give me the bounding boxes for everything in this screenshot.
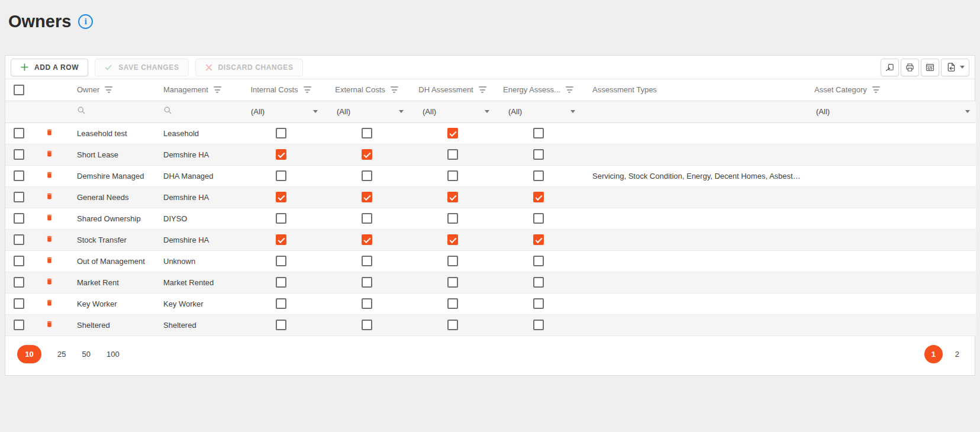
external-costs-filter-select[interactable]: (All) [324, 107, 410, 116]
cell-assessment-types[interactable] [581, 144, 803, 165]
hand-document-button[interactable] [881, 59, 899, 76]
header-filter-icon[interactable] [391, 86, 398, 93]
row-select-checkbox[interactable] [14, 277, 24, 288]
dh-assessment-checkbox[interactable] [447, 170, 458, 181]
cell-owner[interactable]: Leasehold test [66, 122, 152, 144]
column-header-owner[interactable]: Owner [66, 79, 152, 101]
energy-assessment-checkbox[interactable] [533, 170, 544, 181]
internal-costs-checkbox[interactable] [276, 170, 286, 181]
cell-owner[interactable]: Out of Management [66, 250, 152, 272]
dh-assessment-checkbox[interactable] [447, 234, 458, 245]
cell-assessment-types[interactable] [581, 250, 803, 272]
delete-row-button[interactable] [46, 277, 53, 286]
energy-assessment-checkbox[interactable] [533, 213, 544, 224]
row-select-checkbox[interactable] [14, 234, 24, 245]
cell-asset-category[interactable] [803, 314, 976, 336]
header-filter-icon[interactable] [304, 86, 311, 93]
cell-asset-category[interactable] [803, 186, 976, 208]
header-filter-icon[interactable] [566, 86, 573, 93]
external-costs-checkbox[interactable] [362, 298, 372, 309]
print-button[interactable] [901, 59, 919, 76]
asset-category-filter-select[interactable]: (All) [803, 107, 976, 116]
dh-assessment-checkbox[interactable] [447, 277, 458, 288]
energy-assessment-checkbox[interactable] [533, 192, 544, 202]
external-costs-checkbox[interactable] [362, 128, 372, 138]
column-header-energy-assessment[interactable]: Energy Assess... [495, 79, 581, 101]
cell-asset-category[interactable] [803, 229, 976, 250]
dh-assessment-checkbox[interactable] [447, 320, 458, 330]
dh-assessment-checkbox[interactable] [447, 192, 458, 202]
row-select-checkbox[interactable] [14, 256, 24, 266]
cell-assessment-types[interactable]: Servicing, Stock Condition, Energy, Dece… [581, 165, 803, 186]
cell-management[interactable]: Market Rented [152, 272, 238, 293]
header-filter-icon[interactable] [214, 86, 221, 93]
dh-assessment-checkbox[interactable] [447, 213, 458, 224]
energy-assessment-checkbox[interactable] [533, 234, 544, 245]
column-header-asset-category[interactable]: Asset Category [803, 79, 976, 101]
delete-row-button[interactable] [46, 298, 53, 307]
management-search-filter[interactable] [152, 101, 238, 122]
cell-assessment-types[interactable] [581, 314, 803, 336]
dh-assessment-checkbox[interactable] [447, 128, 458, 138]
energy-assessment-checkbox[interactable] [533, 128, 544, 138]
energy-assessment-checkbox[interactable] [533, 320, 544, 330]
page-size-option[interactable]: 100 [107, 350, 120, 359]
cell-management[interactable]: Demshire HA [152, 144, 238, 165]
energy-assessment-checkbox[interactable] [533, 256, 544, 266]
cell-management[interactable]: Sheltered [152, 314, 238, 336]
external-costs-checkbox[interactable] [362, 213, 372, 224]
external-costs-checkbox[interactable] [362, 277, 372, 288]
cell-management[interactable]: Leasehold [152, 122, 238, 144]
column-header-internal-costs[interactable]: Internal Costs [238, 79, 324, 101]
row-select-checkbox[interactable] [14, 149, 24, 160]
internal-costs-checkbox[interactable] [276, 149, 286, 160]
cell-assessment-types[interactable] [581, 208, 803, 229]
internal-costs-checkbox[interactable] [276, 234, 286, 245]
page-size-option[interactable]: 50 [82, 350, 90, 359]
internal-costs-checkbox[interactable] [276, 298, 286, 309]
cell-owner[interactable]: Short Lease [66, 144, 152, 165]
dh-assessment-checkbox[interactable] [447, 298, 458, 309]
cell-asset-category[interactable] [803, 208, 976, 229]
external-costs-checkbox[interactable] [362, 234, 372, 245]
cell-management[interactable]: Key Worker [152, 293, 238, 314]
cell-management[interactable]: Demshire HA [152, 229, 238, 250]
dh-assessment-checkbox[interactable] [447, 149, 458, 160]
add-row-button[interactable]: ADD A ROW [11, 59, 88, 76]
cell-asset-category[interactable] [803, 165, 976, 186]
external-costs-checkbox[interactable] [362, 170, 372, 181]
cell-asset-category[interactable] [803, 122, 976, 144]
header-filter-icon[interactable] [105, 86, 112, 93]
delete-row-button[interactable] [46, 320, 53, 328]
page-size-option[interactable]: 10 [17, 345, 41, 363]
internal-costs-filter-select[interactable]: (All) [238, 107, 324, 116]
discard-changes-button[interactable]: DISCARD CHANGES [195, 59, 303, 76]
energy-assessment-filter-select[interactable]: (All) [495, 107, 581, 116]
header-filter-icon[interactable] [872, 86, 880, 93]
energy-assessment-checkbox[interactable] [533, 298, 544, 309]
delete-row-button[interactable] [46, 149, 53, 158]
cell-assessment-types[interactable] [581, 229, 803, 250]
column-header-external-costs[interactable]: External Costs [324, 79, 410, 101]
cell-owner[interactable]: Key Worker [66, 293, 152, 314]
external-costs-checkbox[interactable] [362, 149, 372, 160]
internal-costs-checkbox[interactable] [276, 128, 286, 138]
export-button[interactable] [941, 59, 969, 76]
cell-management[interactable]: DIYSO [152, 208, 238, 229]
cell-owner[interactable]: Shared Ownership [66, 208, 152, 229]
row-select-checkbox[interactable] [14, 298, 24, 309]
row-select-checkbox[interactable] [14, 170, 24, 181]
delete-row-button[interactable] [46, 128, 53, 137]
cell-asset-category[interactable] [803, 272, 976, 293]
column-header-assessment-types[interactable]: Assessment Types [581, 79, 803, 101]
code-view-button[interactable] [921, 59, 939, 76]
dh-assessment-checkbox[interactable] [447, 256, 458, 266]
cell-owner[interactable]: Stock Transfer [66, 229, 152, 250]
internal-costs-checkbox[interactable] [276, 213, 286, 224]
delete-row-button[interactable] [46, 256, 53, 265]
cell-assessment-types[interactable] [581, 293, 803, 314]
cell-owner[interactable]: Demshire Managed [66, 165, 152, 186]
cell-asset-category[interactable] [803, 293, 976, 314]
delete-row-button[interactable] [46, 213, 53, 222]
energy-assessment-checkbox[interactable] [533, 149, 544, 160]
